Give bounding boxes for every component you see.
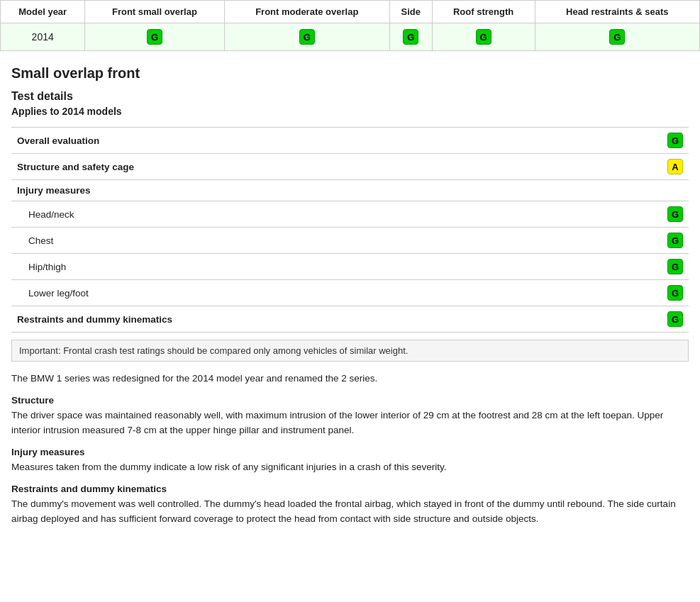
rating-badge-front-small: G: [147, 29, 162, 45]
rating-badge-side: G: [403, 29, 418, 45]
label-structure-safety: Structure and safety cage: [11, 154, 653, 180]
injury-text: Measures taken from the dummy indicate a…: [11, 460, 689, 475]
cell-roof: G: [432, 23, 535, 51]
main-content: Small overlap front Test details Applies…: [0, 51, 700, 550]
cell-front-small: G: [85, 23, 224, 51]
important-note: Important: Frontal crash test ratings sh…: [11, 340, 689, 362]
applies-to: Applies to 2014 models: [11, 106, 689, 117]
rating-lower-leg: G: [653, 280, 689, 306]
injury-heading: Injury measures: [11, 447, 689, 457]
badge-overall-evaluation: G: [667, 133, 683, 148]
row-lower-leg: Lower leg/foot G: [11, 280, 689, 306]
rating-badge-front-moderate: G: [299, 29, 315, 45]
row-injury-measures-header: Injury measures: [11, 180, 689, 201]
rating-badge-roof: G: [476, 29, 491, 45]
badge-head-neck: G: [667, 206, 683, 222]
row-structure-safety: Structure and safety cage A: [11, 154, 689, 180]
label-hip-thigh: Hip/thigh: [11, 254, 653, 280]
rating-badge-head-restraints: G: [609, 29, 625, 45]
label-injury-measures-header: Injury measures: [11, 180, 653, 201]
badge-structure-safety: A: [667, 159, 683, 174]
col-header-roof: Roof strength: [432, 1, 535, 23]
cell-front-moderate: G: [224, 23, 389, 51]
structure-text: The driver space was maintained reasonab…: [11, 408, 689, 438]
cell-side: G: [389, 23, 432, 51]
restraints-text: The dummy's movement was well controlled…: [11, 497, 689, 527]
row-hip-thigh: Hip/thigh G: [11, 254, 689, 280]
cell-model-year: 2014: [1, 23, 85, 51]
cell-head-restraints: G: [535, 23, 699, 51]
label-chest: Chest: [11, 228, 653, 254]
col-header-side: Side: [389, 1, 432, 23]
test-details-title: Test details: [11, 90, 689, 103]
col-header-model-year: Model year: [1, 1, 85, 23]
row-head-neck: Head/neck G: [11, 201, 689, 228]
badge-lower-leg: G: [667, 285, 683, 301]
restraints-heading: Restraints and dummy kinematics: [11, 484, 689, 494]
rating-head-neck: G: [653, 201, 689, 228]
badge-hip-thigh: G: [667, 259, 683, 274]
label-lower-leg: Lower leg/foot: [11, 280, 653, 306]
intro-text: The BMW 1 series was redesigned for the …: [11, 372, 689, 386]
rating-hip-thigh: G: [653, 254, 689, 280]
rating-overall-evaluation: G: [653, 128, 689, 154]
rating-chest: G: [653, 228, 689, 254]
rating-restraints-kinematics: G: [653, 306, 689, 333]
rating-injury-measures-header: [653, 180, 689, 201]
row-chest: Chest G: [11, 228, 689, 254]
table-row: 2014 G G G G G: [1, 23, 700, 51]
label-head-neck: Head/neck: [11, 201, 653, 228]
label-restraints-kinematics: Restraints and dummy kinematics: [11, 306, 653, 333]
badge-chest: G: [667, 233, 683, 248]
rating-structure-safety: A: [653, 154, 689, 180]
col-header-front-small: Front small overlap: [85, 1, 224, 23]
section-title: Small overlap front: [11, 65, 689, 82]
row-restraints-kinematics: Restraints and dummy kinematics G: [11, 306, 689, 333]
label-overall-evaluation: Overall evaluation: [11, 128, 653, 154]
summary-table: Model year Front small overlap Front mod…: [0, 0, 700, 51]
badge-restraints-kinematics: G: [667, 311, 683, 327]
details-table: Overall evaluation G Structure and safet…: [11, 127, 689, 333]
row-overall-evaluation: Overall evaluation G: [11, 128, 689, 154]
structure-heading: Structure: [11, 395, 689, 406]
col-header-head-restraints: Head restraints & seats: [535, 1, 699, 23]
col-header-front-moderate: Front moderate overlap: [224, 1, 389, 23]
